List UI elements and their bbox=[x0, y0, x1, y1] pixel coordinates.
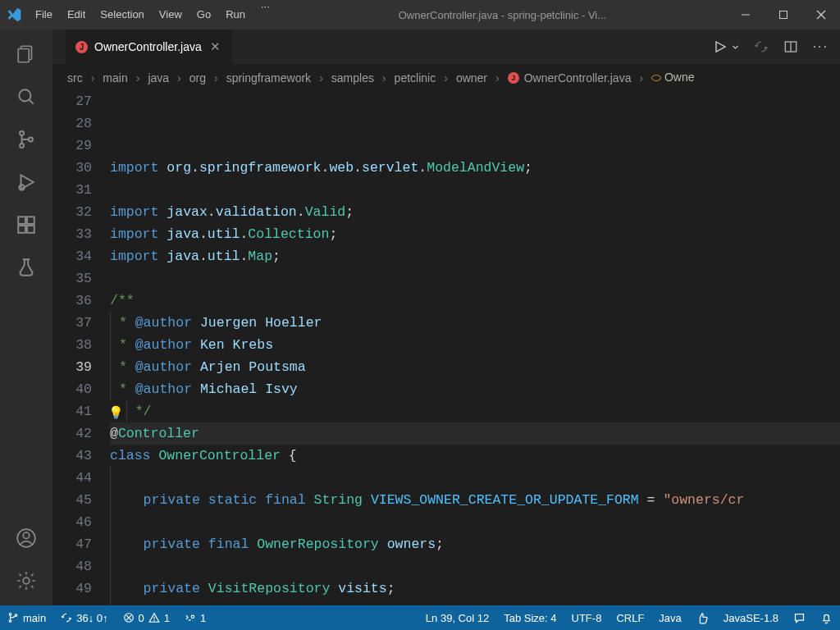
menu-edit[interactable]: Edit bbox=[60, 0, 93, 30]
status-branch[interactable]: main bbox=[0, 605, 53, 630]
menu-overflow-icon[interactable]: ··· bbox=[253, 0, 278, 30]
breadcrumb-file[interactable]: JOwnerController.java bbox=[508, 71, 632, 84]
status-language[interactable]: Java bbox=[651, 605, 688, 630]
menu-run[interactable]: Run bbox=[218, 0, 253, 30]
breadcrumb-item[interactable]: samples bbox=[331, 71, 374, 84]
activity-testing-icon[interactable] bbox=[0, 246, 52, 289]
vscode-logo-icon bbox=[0, 0, 28, 30]
breadcrumb-item[interactable]: src bbox=[67, 71, 83, 84]
window-close-icon[interactable] bbox=[802, 0, 840, 30]
svg-point-9 bbox=[20, 144, 24, 148]
code-line[interactable]: @Controller bbox=[110, 422, 840, 445]
line-number: 47 bbox=[52, 533, 92, 555]
line-number: 39 bbox=[52, 356, 92, 378]
chevron-down-icon bbox=[732, 43, 739, 51]
tab-ownercontroller[interactable]: OwnerController.java ✕ bbox=[66, 30, 233, 64]
breadcrumb-item[interactable]: org bbox=[189, 71, 206, 84]
activity-explorer-icon[interactable] bbox=[0, 33, 52, 75]
code-line[interactable]: class OwnerController { bbox=[110, 445, 840, 467]
code-line[interactable]: /** bbox=[110, 290, 840, 312]
code-line[interactable] bbox=[110, 467, 840, 489]
svg-point-22 bbox=[9, 620, 11, 623]
line-number: 33 bbox=[52, 223, 92, 245]
code-line[interactable] bbox=[110, 555, 840, 578]
svg-point-10 bbox=[29, 138, 33, 142]
status-eol[interactable]: CRLF bbox=[609, 605, 651, 630]
activity-run-debug-icon[interactable] bbox=[0, 161, 52, 203]
code-line[interactable]: * @author Arjen Poutsma bbox=[110, 356, 840, 378]
code-line[interactable]: * @author Ken Krebs bbox=[110, 334, 840, 356]
line-number: 45 bbox=[52, 489, 92, 511]
status-thumbsup-icon[interactable] bbox=[689, 605, 716, 630]
code-line[interactable] bbox=[110, 179, 840, 201]
line-number: 36 bbox=[52, 290, 92, 312]
more-actions-icon[interactable]: ··· bbox=[813, 39, 829, 54]
breadcrumbs[interactable]: src› main› java› org› springframework› s… bbox=[52, 64, 840, 90]
menu-view[interactable]: View bbox=[152, 0, 189, 30]
status-notifications-icon[interactable] bbox=[813, 605, 840, 630]
statusbar: main 36↓ 0↑ 0 1 1 Ln 39, Col 12 Tab Size… bbox=[0, 605, 840, 630]
code-line[interactable] bbox=[110, 600, 840, 605]
code-line[interactable]: import java.util.Collection; bbox=[110, 223, 840, 245]
code-line[interactable]: private VisitRepository visits; bbox=[110, 578, 840, 600]
menu-go[interactable]: Go bbox=[189, 0, 218, 30]
svg-point-23 bbox=[15, 614, 17, 617]
line-number: 38 bbox=[52, 334, 92, 356]
code-content[interactable]: import org.springframework.web.servlet.M… bbox=[110, 90, 840, 605]
status-feedback-icon[interactable] bbox=[786, 605, 813, 630]
breadcrumb-item[interactable]: owner bbox=[456, 71, 487, 84]
line-number: 48 bbox=[52, 555, 92, 578]
tab-close-icon[interactable]: ✕ bbox=[208, 39, 222, 54]
code-line[interactable]: * @author Michael Isvy bbox=[110, 378, 840, 400]
line-number: 29 bbox=[52, 135, 92, 157]
line-number: 35 bbox=[52, 267, 92, 290]
code-line[interactable] bbox=[110, 267, 840, 290]
svg-point-8 bbox=[20, 131, 24, 135]
status-java-runtime[interactable]: JavaSE-1.8 bbox=[716, 605, 786, 630]
status-cursor-position[interactable]: Ln 39, Col 12 bbox=[418, 605, 496, 630]
breadcrumb-item[interactable]: petclinic bbox=[395, 71, 436, 84]
line-number: 32 bbox=[52, 201, 92, 223]
svg-point-17 bbox=[23, 532, 30, 539]
code-line[interactable]: private final OwnerRepository owners; bbox=[110, 533, 840, 555]
activity-extensions-icon[interactable] bbox=[0, 203, 52, 246]
menu-file[interactable]: File bbox=[28, 0, 60, 30]
window-minimize-icon[interactable] bbox=[727, 0, 765, 30]
split-editor-icon[interactable] bbox=[783, 39, 798, 54]
line-number: 37 bbox=[52, 312, 92, 334]
run-button[interactable] bbox=[714, 40, 739, 53]
svg-line-7 bbox=[29, 99, 33, 103]
svg-rect-14 bbox=[27, 226, 34, 233]
tabs-row: OwnerController.java ✕ ··· bbox=[52, 30, 840, 64]
menu-selection[interactable]: Selection bbox=[93, 0, 151, 30]
breadcrumb-item[interactable]: springframework bbox=[226, 71, 311, 84]
line-number: 27 bbox=[52, 90, 92, 112]
code-line[interactable]: import java.util.Map; bbox=[110, 245, 840, 267]
editor[interactable]: 2728293031323334353637383940414243444546… bbox=[52, 90, 840, 605]
status-problems[interactable]: 0 1 bbox=[116, 605, 177, 630]
breadcrumb-item[interactable]: main bbox=[103, 71, 127, 84]
code-line[interactable]: import javax.validation.Valid; bbox=[110, 201, 840, 223]
activity-settings-icon[interactable] bbox=[0, 559, 52, 602]
breadcrumb-symbol[interactable]: ⬭ Owne bbox=[651, 71, 694, 84]
diff-changes-icon[interactable] bbox=[754, 39, 769, 54]
code-line[interactable]: private static final String VIEWS_OWNER_… bbox=[110, 489, 840, 511]
breadcrumb-item[interactable]: java bbox=[148, 71, 169, 84]
window-controls bbox=[727, 0, 840, 30]
code-line[interactable]: import org.springframework.web.servlet.M… bbox=[110, 157, 840, 179]
status-encoding[interactable]: UTF-8 bbox=[564, 605, 609, 630]
code-line[interactable]: * @author Juergen Hoeller bbox=[110, 312, 840, 334]
code-line[interactable] bbox=[110, 511, 840, 533]
window-title: OwnerController.java - spring-petclinic … bbox=[278, 9, 727, 21]
status-tab-size[interactable]: Tab Size: 4 bbox=[496, 605, 564, 630]
svg-rect-13 bbox=[18, 226, 25, 233]
status-debug[interactable]: 1 bbox=[177, 605, 213, 630]
activity-accounts-icon[interactable] bbox=[0, 517, 52, 559]
window-maximize-icon[interactable] bbox=[765, 0, 802, 30]
code-line[interactable]: 💡 */ bbox=[110, 400, 840, 422]
lightbulb-icon[interactable]: 💡 bbox=[110, 403, 124, 425]
svg-point-29 bbox=[191, 615, 194, 619]
activity-source-control-icon[interactable] bbox=[0, 118, 52, 161]
status-sync[interactable]: 36↓ 0↑ bbox=[53, 605, 115, 630]
activity-search-icon[interactable] bbox=[0, 75, 52, 118]
